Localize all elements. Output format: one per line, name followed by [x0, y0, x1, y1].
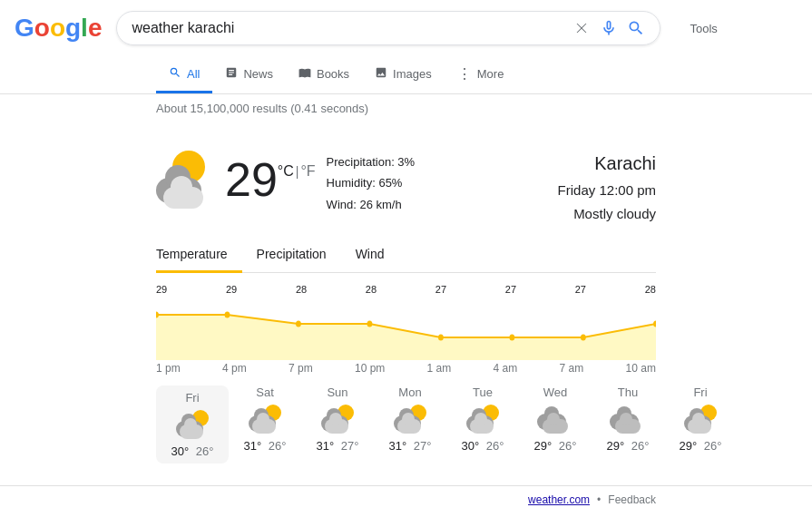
chart-label-5: 27 [505, 284, 516, 295]
day-icon-5 [537, 405, 573, 434]
search-icon [169, 66, 181, 82]
day-temps-5: 29° 26° [534, 439, 577, 453]
day-icon-3 [392, 405, 428, 434]
weather-left: 29 °C | °F Precipitation: 3% Humidity: 6… [156, 144, 415, 215]
tab-more[interactable]: ⋮ More [445, 56, 517, 94]
weather-widget: 29 °C | °F Precipitation: 3% Humidity: 6… [156, 130, 656, 478]
day-name-7: Fri [693, 385, 707, 399]
chart-label-0: 29 [156, 284, 167, 295]
weather-tabs: Temperature Precipitation Wind [156, 239, 656, 273]
search-icons [572, 19, 645, 37]
voice-search-button[interactable] [600, 19, 618, 37]
svg-point-4 [367, 321, 373, 327]
day-temps-6: 29° 26° [607, 439, 650, 453]
day-icon-1 [247, 405, 283, 434]
footer-attribution: weather.com • Feedback [0, 485, 812, 513]
forecast-sun[interactable]: Sun 31° 27° [301, 385, 374, 464]
day-forecast: Fri 30° 26° Sat 31° 26° Sun 31° 27° Mon [156, 385, 656, 464]
tools-button[interactable]: Tools [690, 22, 717, 35]
forecast-thu[interactable]: Thu 29° 26° [592, 385, 664, 464]
day-icon-6 [610, 405, 646, 434]
celsius-toggle[interactable]: °C [278, 163, 294, 180]
more-icon: ⋮ [457, 65, 472, 83]
forecast-fri-2[interactable]: Fri 29° 26° [664, 385, 737, 464]
time-label-7: 10 am [626, 362, 656, 375]
temperature-chart [156, 297, 656, 360]
day-name-3: Mon [398, 385, 421, 399]
tab-books-label: Books [317, 67, 349, 81]
tab-news-label: News [243, 67, 273, 81]
forecast-tue[interactable]: Tue 30° 26° [446, 385, 519, 464]
fahrenheit-toggle[interactable]: °F [300, 163, 315, 180]
footer-dot: • [597, 493, 601, 506]
day-name-2: Sun [327, 385, 347, 399]
chart-label-6: 27 [575, 284, 586, 295]
chart-svg [156, 297, 656, 360]
tab-all[interactable]: All [156, 57, 212, 93]
weather-right: Karachi Friday 12:00 pm Mostly cloudy [558, 144, 656, 225]
svg-point-6 [509, 335, 514, 341]
tab-images-label: Images [393, 67, 432, 81]
nav-tabs: All News Books Images ⋮ More [0, 56, 812, 94]
google-logo[interactable]: Google [15, 14, 102, 43]
feedback-link[interactable]: Feedback [608, 493, 656, 506]
clear-button[interactable] [572, 19, 591, 37]
tab-images[interactable]: Images [362, 57, 445, 93]
day-temps-7: 29° 26° [680, 439, 722, 453]
cloud-white-icon [163, 187, 203, 209]
time-label-0: 1 pm [156, 362, 181, 375]
weather-city: Karachi [558, 148, 656, 179]
unit-separator: | [296, 164, 299, 179]
chart-label-3: 28 [366, 284, 377, 295]
tab-more-label: More [477, 67, 504, 81]
images-icon [375, 66, 387, 82]
search-input[interactable] [132, 20, 565, 36]
forecast-sat[interactable]: Sat 31° 26° [229, 385, 301, 464]
chart-time-labels: 1 pm 4 pm 7 pm 10 pm 1 am 4 am 7 am 10 a… [156, 362, 656, 375]
svg-point-3 [296, 321, 301, 327]
forecast-mon[interactable]: Mon 31° 27° [374, 385, 446, 464]
weather-tab-temperature[interactable]: Temperature [156, 239, 242, 273]
weather-details: Precipitation: 3% Humidity: 65% Wind: 26… [327, 144, 416, 215]
wind-label: Wind: 26 km/h [327, 194, 416, 215]
day-name-6: Thu [618, 385, 638, 399]
weather-tab-wind[interactable]: Wind [341, 239, 399, 273]
tab-books[interactable]: Books [286, 57, 362, 93]
day-temps-2: 31° 27° [317, 439, 359, 453]
time-label-4: 1 am [427, 362, 452, 375]
chart-label-4: 27 [435, 284, 446, 295]
svg-point-2 [225, 312, 230, 318]
day-name-0: Fri [185, 391, 199, 405]
time-label-2: 7 pm [289, 362, 313, 375]
time-label-6: 7 am [560, 362, 584, 375]
forecast-fri-1[interactable]: Fri 30° 26° [156, 385, 229, 464]
weather-icon [156, 151, 214, 209]
time-label-5: 4 am [494, 362, 518, 375]
day-temps-1: 31° 26° [244, 439, 287, 453]
weather-tab-precipitation[interactable]: Precipitation [242, 239, 341, 273]
day-icon-4 [465, 405, 501, 434]
forecast-wed[interactable]: Wed 29° 26° [519, 385, 592, 464]
temperature-value: 29 [225, 156, 278, 203]
search-bar [116, 11, 660, 45]
day-temps-0: 30° 26° [171, 444, 214, 458]
precipitation-label: Precipitation: 3% [327, 151, 416, 172]
tab-news[interactable]: News [212, 57, 286, 93]
day-name-4: Tue [473, 385, 493, 399]
chart-label-2: 28 [296, 284, 307, 295]
time-label-1: 4 pm [222, 362, 247, 375]
weather-condition: Mostly cloudy [558, 202, 656, 226]
chart-label-1: 29 [226, 284, 237, 295]
header: Google Tools [0, 0, 812, 56]
chart-label-7: 28 [645, 284, 656, 295]
day-temps-4: 30° 26° [462, 439, 504, 453]
day-icon-2 [319, 405, 356, 434]
results-info: About 15,100,000 results (0.41 seconds) [0, 94, 812, 122]
svg-point-5 [438, 335, 444, 341]
day-name-5: Wed [543, 385, 568, 399]
chart-temp-labels: 29 29 28 28 27 27 27 28 [156, 284, 656, 295]
temp-display: 29 °C | °F [225, 156, 316, 203]
weather-main: 29 °C | °F Precipitation: 3% Humidity: 6… [156, 144, 656, 225]
weather-source-link[interactable]: weather.com [528, 493, 590, 506]
search-button[interactable] [627, 19, 645, 37]
